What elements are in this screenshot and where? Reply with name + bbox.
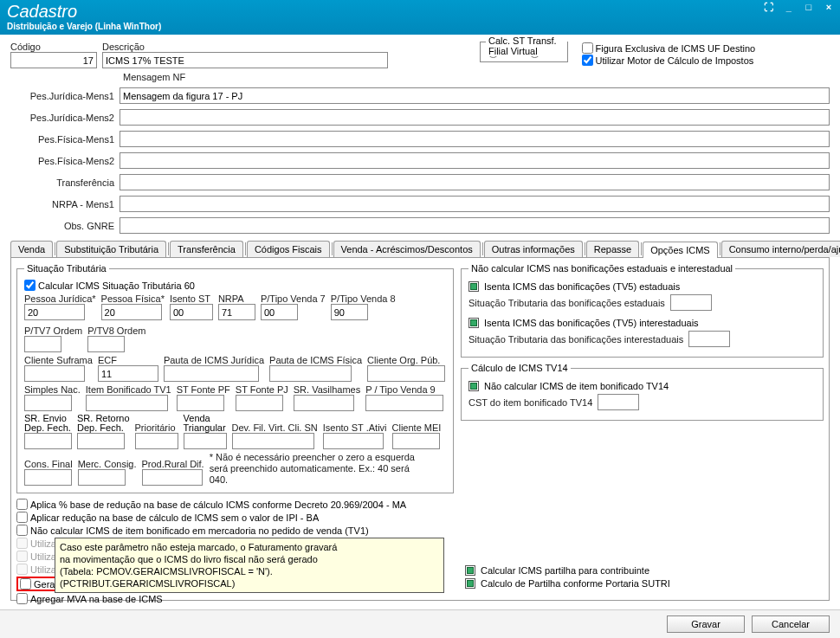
input-venda-triangular[interactable] [184, 433, 227, 449]
pf1-input[interactable] [120, 131, 830, 147]
transf-input[interactable] [120, 174, 830, 190]
pf1-label: Pes.Física-Mens1 [10, 134, 114, 145]
lbl-pauta-pf: Pauta de ICMS Física [269, 355, 362, 365]
input-pv7[interactable] [261, 304, 298, 320]
lbl-ptv8: P/TV8 Ordem [87, 325, 145, 336]
pf2-label: Pes.Física-Mens2 [10, 156, 114, 166]
lbl-agregar-mva: Agregar MVA na base de ICMS [30, 594, 163, 604]
input-isento[interactable] [170, 304, 213, 320]
situacao-tributaria-legend: Situação Tributária [24, 263, 109, 274]
input-pauta-pj[interactable] [164, 365, 259, 382]
input-cst-tv14[interactable] [598, 394, 639, 410]
lbl-decreto-ma: Aplica % base de redução na base de cálc… [30, 499, 406, 510]
lbl-prioritario: Prioritário [135, 422, 178, 433]
input-cli-suframa[interactable] [24, 365, 85, 382]
input-simples-nac[interactable] [24, 395, 72, 411]
input-dev-fil-virt[interactable] [232, 433, 314, 449]
tab-consumo[interactable]: Consumo interno/perda/ajuste [721, 241, 840, 257]
chk-gerar-icms-livro[interactable] [20, 578, 31, 590]
descricao-input[interactable] [102, 52, 388, 68]
maximize-icon[interactable]: □ [801, 2, 817, 16]
lbl-st-fonte-pf: ST Fonte PF [177, 384, 230, 395]
input-st-fonte-pf[interactable] [177, 395, 224, 411]
minimize-icon[interactable]: _ [781, 2, 797, 16]
obs-input[interactable] [120, 217, 830, 234]
input-pj[interactable] [24, 304, 85, 320]
lbl-st-fonte-pj: ST Fonte PJ [236, 384, 288, 395]
lbl-sr-vasilhames: SR. Vasilhames [294, 384, 360, 395]
codigo-input[interactable] [10, 52, 97, 68]
pj2-input[interactable] [120, 109, 830, 126]
chk-calc-st60[interactable] [24, 280, 36, 291]
input-item-bonif[interactable] [86, 395, 168, 411]
tooltip-gerar-icms: Caso este parâmetro não esteja marcado, … [55, 538, 444, 593]
input-prioritario[interactable] [135, 433, 178, 449]
nrpa-input[interactable] [120, 196, 830, 212]
input-cliente-mei[interactable] [392, 433, 440, 449]
lbl-dev-fil-virt: Dev. Fil. Virt. Cli. SN [232, 422, 318, 433]
input-ptv7[interactable] [24, 336, 61, 352]
lbl-item-bonif: Item Bonificado TV1 [86, 384, 171, 395]
chk-utilizar-motor[interactable] [582, 55, 593, 66]
input-st-fonte-pj[interactable] [236, 395, 283, 411]
tab-transferencia[interactable]: Transferência [170, 241, 243, 257]
input-isento-ativi[interactable] [323, 433, 384, 449]
chk-agregar-mva[interactable] [16, 593, 28, 604]
lbl-pj: Pessoa Jurídica* [24, 293, 96, 304]
input-sr-vasilhames[interactable] [294, 395, 354, 411]
input-nrpa2[interactable] [218, 304, 255, 320]
close-icon[interactable]: × [821, 2, 837, 16]
input-merc-consig[interactable] [78, 469, 126, 486]
lbl-sr-retorno: SR. RetornoDep. Fech. [77, 414, 130, 433]
lbl-sit-int: Situação Tributaria das bonificações int… [468, 334, 683, 345]
chk-reducao-ba[interactable] [16, 512, 28, 523]
restore-icon[interactable]: ⛶ [761, 2, 777, 16]
tab-opcoes-icms[interactable]: Opções ICMS [643, 242, 717, 258]
chk-partilha[interactable] [465, 565, 475, 576]
chk-isenta-est[interactable] [468, 281, 479, 292]
tab-strip: Venda Substituição Tributária Transferên… [10, 241, 830, 258]
input-ptv9[interactable] [365, 395, 443, 411]
tab-outras-info[interactable]: Outras informações [484, 241, 583, 257]
pj1-label: Pes.Jurídica-Mens1 [10, 91, 114, 101]
chk-figura-exclusiva[interactable] [582, 42, 593, 54]
chk-isenta-int[interactable] [468, 318, 479, 328]
input-ecf[interactable] [98, 365, 158, 382]
pf2-input[interactable] [120, 152, 830, 169]
codigo-label: Código [10, 42, 97, 52]
lbl-venda-triangular: VendaTriangular [184, 414, 227, 433]
input-prod-rural[interactable] [142, 469, 203, 486]
tab-sub-trib[interactable]: Substituição Tributária [56, 241, 166, 257]
chk-nao-calc-tv14[interactable] [468, 381, 479, 391]
input-sr-envio[interactable] [24, 433, 72, 449]
tab-codigos-fiscais[interactable]: Códigos Fiscais [247, 241, 330, 257]
lbl-cli-org: Cliente Org. Púb. [367, 355, 445, 365]
lbl-pauta-pj: Pauta de ICMS Jurídica [164, 355, 264, 365]
lbl-sit-est: Situação Tributaria das bonificações est… [468, 298, 665, 308]
gravar-button[interactable]: Gravar [667, 615, 745, 633]
lbl-prod-rural: Prod.Rural Dif. [142, 459, 204, 469]
input-sr-retorno[interactable] [77, 433, 125, 449]
input-pauta-pf[interactable] [269, 365, 352, 382]
tab-repasse[interactable]: Repasse [586, 241, 639, 257]
tab-venda[interactable]: Venda [10, 241, 53, 257]
cancelar-button[interactable]: Cancelar [752, 615, 830, 633]
lbl-partilha: Calcular ICMS partilha para contribuinte [481, 565, 649, 576]
input-pv8[interactable] [331, 304, 368, 320]
lbl-cst-tv14: CST do item bonificado TV14 [468, 397, 592, 408]
input-sit-int[interactable] [688, 331, 730, 347]
input-cli-org[interactable] [367, 365, 445, 382]
tab-venda-acrescimos[interactable]: Venda - Acréscimos/Descontos [333, 241, 481, 257]
input-cons-final[interactable] [24, 469, 72, 486]
chk-sutri[interactable] [465, 578, 475, 589]
input-sit-est[interactable] [670, 294, 712, 311]
pj1-input[interactable] [120, 87, 830, 104]
note-zero-esquerda: * Não é necessário preencher o zero a es… [210, 452, 417, 486]
input-pf[interactable] [101, 304, 162, 320]
chk-decreto-ma[interactable] [16, 499, 28, 510]
chk-nao-calc-tv1[interactable] [16, 525, 28, 536]
descricao-label: Descrição [102, 42, 388, 52]
input-ptv8[interactable] [87, 336, 125, 352]
lbl-calc-st60: Calcular ICMS Situação Tributária 60 [38, 280, 195, 291]
calc-st-group: Calc. ST Transf. Filial Virtual Não Sim [480, 42, 568, 62]
